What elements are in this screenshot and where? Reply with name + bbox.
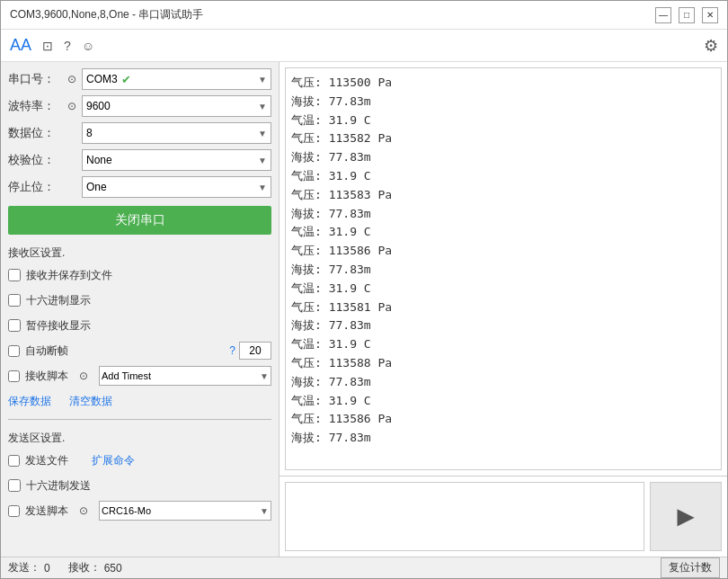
baud-value: 9600 xyxy=(86,100,111,112)
left-panel: 串口号： ⊙ COM3 ✔ ▼ 波特率： ⊙ 9600 ▼ xyxy=(1,62,280,557)
databits-select[interactable]: 8 ▼ xyxy=(82,122,271,144)
toolbar-left: AA ⊡ ? ☺ xyxy=(10,36,94,55)
send-arrow-icon: ► xyxy=(671,500,700,533)
toolbar: AA ⊡ ? ☺ ⚙ xyxy=(1,30,727,62)
close-button[interactable]: ✕ xyxy=(702,7,718,23)
main-content: 串口号： ⊙ COM3 ✔ ▼ 波特率： ⊙ 9600 ▼ xyxy=(1,62,727,557)
title-bar: COM3,9600,None,8,One - 串口调试助手 — □ ✕ xyxy=(1,1,727,30)
send-value: 0 xyxy=(44,562,50,575)
databits-value: 8 xyxy=(86,127,93,139)
parity-label: 校验位： xyxy=(8,152,62,168)
receive-script-dropdown-arrow: ▼ xyxy=(260,371,269,381)
port-dropdown-arrow: ▼ xyxy=(258,75,267,85)
send-script-row: 发送脚本 ⊙ CRC16-Mo ▼ xyxy=(8,500,271,521)
auto-frame-row: 自动断帧 ? xyxy=(8,340,271,361)
save-data-link[interactable]: 保存数据 xyxy=(8,394,51,409)
stopbits-select[interactable]: One ▼ xyxy=(82,176,271,198)
send-file-row: 发送文件 扩展命令 xyxy=(8,450,271,471)
send-button[interactable]: ► xyxy=(650,482,722,551)
section-divider xyxy=(8,419,271,420)
send-script-value: CRC16-Mo xyxy=(102,505,151,516)
receive-value: 650 xyxy=(104,562,122,575)
receive-count: 接收： 650 xyxy=(68,560,122,575)
close-port-button[interactable]: 关闭串口 xyxy=(8,206,271,235)
send-script-checkbox[interactable] xyxy=(8,505,20,517)
expand-cmd-link[interactable]: 扩展命令 xyxy=(92,453,135,468)
settings-icon[interactable]: ⚙ xyxy=(704,36,718,56)
maximize-button[interactable]: □ xyxy=(679,7,695,23)
auto-frame-help-icon[interactable]: ? xyxy=(229,344,235,357)
port-value: COM3 ✔ xyxy=(86,73,131,86)
port-select[interactable]: COM3 ✔ ▼ xyxy=(82,68,271,90)
parity-select[interactable]: None ▼ xyxy=(82,149,271,171)
parity-dropdown-arrow: ▼ xyxy=(258,156,267,165)
main-window: COM3,9600,None,8,One - 串口调试助手 — □ ✕ AA ⊡… xyxy=(0,0,728,579)
pause-display-row: 暂停接收显示 xyxy=(8,315,271,336)
send-file-label: 发送文件 xyxy=(25,453,68,468)
send-script-dropdown-arrow: ▼ xyxy=(260,506,269,516)
hex-display-checkbox[interactable] xyxy=(8,294,21,307)
hex-send-checkbox[interactable] xyxy=(8,479,21,492)
script-row: 接收脚本 ⊙ Add Timest ▼ xyxy=(8,365,271,387)
status-bar: 发送： 0 接收： 650 复位计数 xyxy=(1,557,727,578)
data-link-row: 保存数据 清空数据 xyxy=(8,390,271,412)
receive-script-select[interactable]: Add Timest ▼ xyxy=(99,366,271,386)
parity-value: None xyxy=(86,154,112,166)
pause-display-label: 暂停接收显示 xyxy=(26,318,91,334)
databits-dropdown-arrow: ▼ xyxy=(258,129,267,138)
receive-script-label: 接收脚本 xyxy=(25,369,68,384)
send-script-label: 发送脚本 xyxy=(25,503,68,519)
save-to-file-label: 接收并保存到文件 xyxy=(26,268,112,283)
baud-label: 波特率： xyxy=(8,98,62,114)
reset-count-button[interactable]: 复位计数 xyxy=(661,557,720,578)
stopbits-dropdown-arrow: ▼ xyxy=(258,183,267,192)
send-section-title: 发送区设置. xyxy=(8,431,271,446)
right-panel: 气压: 113500 Pa海拔: 77.83m气温: 31.9 C气压: 113… xyxy=(280,62,727,557)
databits-label: 数据位： xyxy=(8,125,62,141)
databits-row: 数据位： 8 ▼ xyxy=(8,121,271,145)
send-script-icon: ⊙ xyxy=(74,504,93,517)
auto-frame-checkbox[interactable] xyxy=(8,345,20,357)
bottom-area: ► xyxy=(280,476,727,557)
receive-label: 接收： xyxy=(68,560,101,575)
send-label: 发送： xyxy=(8,560,40,575)
receive-section-title: 接收区设置. xyxy=(8,245,271,261)
baud-icon: ⊙ xyxy=(62,100,82,112)
stopbits-value: One xyxy=(86,181,107,193)
hex-display-label: 十六进制显示 xyxy=(26,293,91,308)
pause-display-checkbox[interactable] xyxy=(8,319,21,332)
baud-select[interactable]: 9600 ▼ xyxy=(82,95,271,117)
send-input-area[interactable] xyxy=(285,482,644,551)
hex-display-row: 十六进制显示 xyxy=(8,290,271,311)
receive-script-value: Add Timest xyxy=(102,370,151,381)
parity-row: 校验位： None ▼ xyxy=(8,148,271,172)
send-script-select[interactable]: CRC16-Mo ▼ xyxy=(99,501,271,521)
receive-script-icon: ⊙ xyxy=(74,370,93,382)
port-icon: ⊙ xyxy=(62,73,82,85)
auto-frame-input[interactable] xyxy=(239,342,271,360)
save-to-file-row: 接收并保存到文件 xyxy=(8,264,271,286)
window-controls: — □ ✕ xyxy=(655,7,718,23)
receive-script-checkbox[interactable] xyxy=(8,370,20,382)
port-row: 串口号： ⊙ COM3 ✔ ▼ xyxy=(8,67,271,91)
hex-send-row: 十六进制发送 xyxy=(8,475,271,496)
auto-frame-extra: ? xyxy=(229,342,271,360)
baud-dropdown-arrow: ▼ xyxy=(258,102,267,111)
send-file-checkbox[interactable] xyxy=(8,455,20,467)
save-to-file-checkbox[interactable] xyxy=(8,269,21,281)
hex-send-label: 十六进制发送 xyxy=(26,478,91,494)
auto-frame-label: 自动断帧 xyxy=(25,343,68,359)
send-count: 发送： 0 xyxy=(8,560,50,575)
help-icon[interactable]: ? xyxy=(64,39,71,53)
font-icon[interactable]: AA xyxy=(10,36,31,55)
stopbits-row: 停止位： One ▼ xyxy=(8,175,271,199)
crop-icon[interactable]: ⊡ xyxy=(42,39,53,53)
window-title: COM3,9600,None,8,One - 串口调试助手 xyxy=(10,7,203,22)
receive-area[interactable]: 气压: 113500 Pa海拔: 77.83m气温: 31.9 C气压: 113… xyxy=(285,67,722,470)
port-label: 串口号： xyxy=(8,71,62,87)
emoji-icon[interactable]: ☺ xyxy=(82,39,94,53)
baud-row: 波特率： ⊙ 9600 ▼ xyxy=(8,94,271,118)
clear-data-link[interactable]: 清空数据 xyxy=(69,394,112,409)
stopbits-label: 停止位： xyxy=(8,179,62,195)
minimize-button[interactable]: — xyxy=(655,7,671,23)
